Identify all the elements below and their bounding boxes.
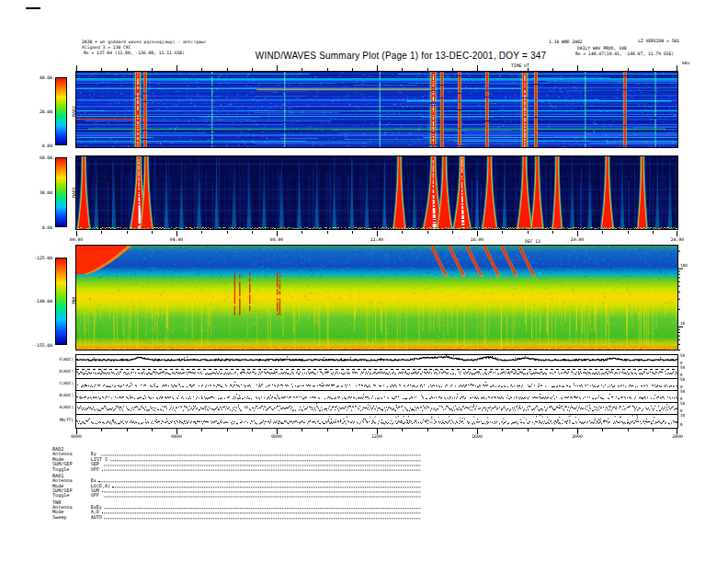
small-panel-canvas-2 xyxy=(76,379,677,390)
footer-item-label: Toggle xyxy=(52,493,91,498)
small-panel-rtick-top-2: 50 xyxy=(680,377,685,382)
small-panel-canvas-4 xyxy=(76,403,677,414)
tnr-right-ticks-canvas xyxy=(678,245,688,350)
footer-item-value: AUTO xyxy=(91,515,102,520)
top-axis-ticks xyxy=(76,64,677,71)
small-panel-canvas-0 xyxy=(76,355,677,366)
mid-axis-label: 20:00 xyxy=(564,236,589,242)
footer-leader xyxy=(101,513,420,514)
header-right-version: 1.10 WND 2002 xyxy=(549,39,583,43)
date-label: DEC 13 xyxy=(525,238,540,243)
tnr-colorbar-tick: -125.00 xyxy=(18,255,52,259)
rad2-colorbar-tick: 0.00 xyxy=(18,143,52,147)
tnr-canvas xyxy=(76,246,677,350)
small-panel-rtick-top-5: 10 xyxy=(680,413,685,418)
mid-axis-label: 24:00 xyxy=(665,236,689,242)
bottom-axis-label: 1600 xyxy=(464,433,489,439)
small-panel-1 xyxy=(75,366,678,379)
footer-leader xyxy=(101,491,420,492)
footer-item-label: Sweep xyxy=(52,515,91,520)
frequency-unit-label: kHz xyxy=(682,60,689,64)
small-panel-2 xyxy=(75,378,678,391)
header-right-product: DAILY WAV PROD, 348 xyxy=(577,45,627,50)
page-title: WIND/WAVES Summary Plot (Page 1) for 13-… xyxy=(125,51,677,62)
footer-leader xyxy=(98,455,420,456)
mid-axis-label: 08:00 xyxy=(264,236,289,242)
rad1-colorbar-tick: 0.00 xyxy=(18,224,52,229)
small-panel-rtick-top-1: 50 xyxy=(680,365,685,370)
header-right-l2: LZ VERSION = 501 xyxy=(638,38,679,42)
bottom-axis-label: 1200 xyxy=(364,433,389,439)
footer-leader xyxy=(113,487,421,488)
mid-axis-label: 04:00 xyxy=(164,236,188,242)
waves-summary-plot-page: 2030 + wn goddard waves pq(exopjawy) - a… xyxy=(0,0,728,563)
mid-axis-label: 00:00 xyxy=(63,236,88,242)
rad1-colorbar-tick: 30.00 xyxy=(18,190,52,194)
page-corner-mark xyxy=(26,7,40,9)
footer-leader xyxy=(104,518,420,519)
bottom-axis-label: 2400 xyxy=(665,433,689,439)
tnr-frequency-tick: 10 xyxy=(680,321,685,326)
bottom-axis-label: 2000 xyxy=(564,433,589,439)
footer-leader xyxy=(98,482,420,483)
rad2-colorbar-tick: 40.00 xyxy=(18,75,52,79)
rad1-panel xyxy=(75,155,678,230)
rad2-canvas xyxy=(76,72,677,147)
rad2-panel xyxy=(75,71,678,148)
small-panel-rtick-top-3: 50 xyxy=(680,389,685,394)
mid-axis-label: 16:00 xyxy=(464,236,489,242)
footer-leader xyxy=(110,460,421,461)
bottom-axis-label: 0400 xyxy=(164,433,188,439)
small-panel-label-1: D(AGC) xyxy=(44,369,74,373)
small-panel-label-4: A(AGC) xyxy=(44,405,74,409)
small-panel-label-0: E(AGC) xyxy=(44,357,74,362)
tnr-panel xyxy=(75,245,678,350)
tnr-colorbar-tick: -140.00 xyxy=(18,298,52,303)
rad1-colorbar xyxy=(55,157,67,227)
footer-item-value: OFF xyxy=(91,466,99,471)
small-panel-0 xyxy=(75,354,678,367)
tnr-colorbar xyxy=(55,258,67,345)
footer-item-value: OFF xyxy=(91,493,99,498)
small-panel-3 xyxy=(75,390,678,403)
footer-gap xyxy=(52,520,423,523)
small-panel-canvas-5 xyxy=(76,415,677,428)
small-panel-rtick-top-4: 50 xyxy=(680,401,685,406)
bottom-axis-label: 0000 xyxy=(63,433,88,439)
header-left-line1: 2030 + wn goddard waves pq(exopjawy) - a… xyxy=(82,39,206,43)
footer-leader xyxy=(101,470,420,471)
header-left-line2: Aligned 3 = 130 CKC xyxy=(82,44,131,49)
small-panel-5 xyxy=(75,414,678,429)
small-panel-label-5: PB(TT) xyxy=(44,418,74,422)
footer-leader xyxy=(101,496,420,497)
footer-item-label: Toggle xyxy=(52,466,91,471)
tnr-colorbar-tick: -155.00 xyxy=(18,342,52,347)
small-panel-canvas-1 xyxy=(76,367,677,378)
rad1-canvas xyxy=(76,156,677,229)
small-panel-rtick-top-0: 50 xyxy=(680,353,685,358)
small-panel-canvas-3 xyxy=(76,391,677,402)
small-panel-rtick-bottom-5: 0 xyxy=(680,422,683,427)
rad2-colorbar xyxy=(55,77,67,145)
mid-axis-label: 12:00 xyxy=(364,236,389,242)
footer-legend: RAD2AntennaEyModeLIST SSUM/SEPSEPToggleO… xyxy=(52,447,423,522)
footer-leader xyxy=(101,465,420,465)
rad1-colorbar-tick: 60.00 xyxy=(18,155,52,159)
bottom-axis-label: 0800 xyxy=(264,433,289,439)
rad2-colorbar-tick: 20.00 xyxy=(18,109,52,113)
small-panel-4 xyxy=(75,402,678,415)
small-panel-label-2: C(AGC) xyxy=(44,381,74,385)
footer-leader xyxy=(104,509,420,510)
tnr-frequency-tick: 100 xyxy=(680,263,688,268)
small-panel-label-3: B(AGC) xyxy=(44,393,74,397)
